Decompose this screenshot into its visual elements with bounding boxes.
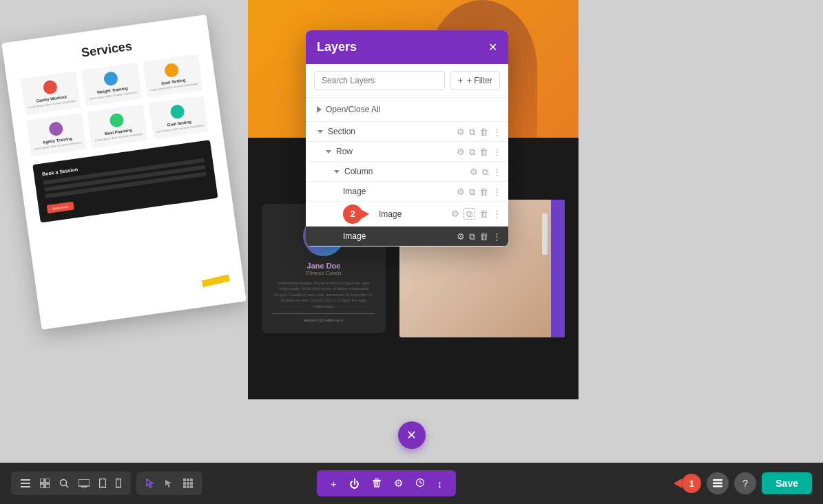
search-icon <box>59 479 69 488</box>
badge-pointer <box>361 209 369 219</box>
column-duplicate-icon[interactable]: ⧉ <box>482 167 488 176</box>
svg-rect-37 <box>713 485 722 487</box>
menu-button[interactable] <box>17 476 34 490</box>
person-description: malesuada feugiat. Donec rutrum congue l… <box>273 280 375 309</box>
column-settings-icon[interactable]: ⚙ <box>470 167 478 176</box>
column-more-icon[interactable]: ⋮ <box>492 167 501 176</box>
open-close-all-row[interactable]: Open/Close All <box>306 98 508 122</box>
row-more-icon[interactable]: ⋮ <box>492 147 501 156</box>
yellow-decoration <box>202 275 230 288</box>
badge-1-indicator: 1 <box>682 474 701 493</box>
grid-icon <box>183 479 193 488</box>
desktop-button[interactable] <box>74 476 94 490</box>
layer-items-container: Section ⚙ ⧉ 🗑 ⋮ Row ⚙ ⧉ 🗑 ⋮ <box>306 122 508 246</box>
layers-search-input[interactable] <box>314 71 445 90</box>
svg-point-7 <box>61 480 67 486</box>
tablet-button[interactable] <box>95 476 110 491</box>
svg-rect-25 <box>187 485 189 488</box>
mockup-grid: Cardio Workout Lorem ipsum dolor sit ame… <box>21 54 209 156</box>
image3-settings-icon[interactable]: ⚙ <box>457 232 465 241</box>
layer-item-image-1[interactable]: Image ⚙ ⧉ 🗑 ⋮ <box>306 182 508 202</box>
layers-header: Layers ✕ <box>306 30 508 64</box>
section-settings-icon[interactable]: ⚙ <box>457 127 465 136</box>
delete-element-button[interactable] <box>366 475 387 492</box>
person-name: Jane Doe <box>273 262 375 270</box>
image2-more-icon[interactable]: ⋮ <box>492 209 501 218</box>
layer-item-column[interactable]: Column ⚙ ⧉ ⋮ <box>306 162 508 182</box>
layers-panel-title: Layers <box>317 40 357 54</box>
svg-rect-22 <box>187 482 189 485</box>
svg-rect-28 <box>375 479 379 480</box>
help-button[interactable]: ? <box>734 472 756 494</box>
svg-rect-19 <box>187 479 189 481</box>
image3-duplicate-icon[interactable]: ⧉ <box>469 232 475 241</box>
layer-column-icons: ⚙ ⧉ ⋮ <box>470 167 501 176</box>
image3-delete-icon[interactable]: 🗑 <box>479 232 488 241</box>
layer-column-name: Column <box>344 167 470 176</box>
history-button[interactable] <box>410 475 430 492</box>
bottom-toolbar: + ⏻ ⚙ ↕ 1 <box>0 463 823 504</box>
layer-item-image-3[interactable]: Image ⚙ ⧉ 🗑 ⋮ <box>306 227 508 246</box>
section-delete-icon[interactable]: 🗑 <box>479 127 488 136</box>
section-duplicate-icon[interactable]: ⧉ <box>469 127 475 136</box>
row-delete-icon[interactable]: 🗑 <box>479 147 488 156</box>
svg-line-8 <box>66 485 69 488</box>
layer-image1-icons: ⚙ ⧉ 🗑 ⋮ <box>457 187 501 196</box>
layers-icon <box>713 479 722 487</box>
layers-close-button[interactable]: ✕ <box>488 42 497 53</box>
layer-section-icons: ⚙ ⧉ 🗑 ⋮ <box>457 127 501 136</box>
layer-image2-icons: ⚙ ⧉ 🗑 ⋮ <box>451 208 501 220</box>
svg-rect-20 <box>190 479 193 481</box>
search-button[interactable] <box>55 476 73 491</box>
row-duplicate-icon[interactable]: ⧉ <box>469 147 475 156</box>
image1-more-icon[interactable]: ⋮ <box>492 187 501 196</box>
layout-button[interactable] <box>36 476 54 491</box>
layer-item-row[interactable]: Row ⚙ ⧉ 🗑 ⋮ <box>306 142 508 162</box>
layer-image3-icons: ⚙ ⧉ 🗑 ⋮ <box>457 232 501 241</box>
layers-filter-button[interactable]: + + Filter <box>450 71 500 90</box>
power-button[interactable]: ⏻ <box>344 475 365 492</box>
svg-rect-2 <box>21 486 30 487</box>
image2-duplicate-icon[interactable]: ⧉ <box>463 208 475 220</box>
cursor-icon <box>164 479 174 488</box>
person-role: Fitness Coach <box>273 270 375 276</box>
hamburger-icon <box>21 479 30 487</box>
image1-duplicate-icon[interactable]: ⧉ <box>469 187 475 196</box>
svg-rect-35 <box>713 479 722 481</box>
toolbar-right-group: 1 ? Save <box>674 472 812 494</box>
save-button[interactable]: Save <box>762 472 812 494</box>
image2-settings-icon[interactable]: ⚙ <box>451 209 459 218</box>
chevron-right-icon <box>317 106 322 113</box>
mockup-card: Goal Setting Lorem ipsum dolor sit amet … <box>143 54 203 98</box>
row-settings-icon[interactable]: ⚙ <box>457 147 465 156</box>
svg-line-34 <box>420 483 422 484</box>
blue-bar <box>551 200 565 337</box>
scroll-indicator <box>542 213 548 255</box>
layer-item-image-2[interactable]: 2 Image ⚙ ⧉ 🗑 ⋮ <box>306 202 508 227</box>
layer-item-section[interactable]: Section ⚙ ⧉ 🗑 ⋮ <box>306 122 508 142</box>
cursor-tool-button[interactable] <box>160 476 178 491</box>
tablet-icon <box>99 479 106 488</box>
image2-delete-icon[interactable]: 🗑 <box>479 209 488 218</box>
add-element-button[interactable]: + <box>325 475 342 492</box>
mobile-button[interactable] <box>112 476 125 491</box>
image1-settings-icon[interactable]: ⚙ <box>457 187 465 196</box>
resize-button[interactable]: ↕ <box>432 475 448 492</box>
pointer-tool-button[interactable] <box>142 476 158 491</box>
mockup-card: Agility Training Lorem ipsum dolor sit a… <box>26 113 87 157</box>
floating-close-button[interactable]: ✕ <box>398 421 426 449</box>
toolbar-left-group-1 <box>11 472 131 495</box>
svg-rect-36 <box>713 483 722 485</box>
grid-tool-button[interactable] <box>179 476 197 491</box>
layer-row-name: Row <box>336 147 457 156</box>
svg-rect-24 <box>183 485 186 488</box>
mockup-card: Weight Training Lorem ipsum dolor sit am… <box>81 63 142 107</box>
layers-toggle-button[interactable] <box>707 472 729 494</box>
section-more-icon[interactable]: ⋮ <box>492 127 501 136</box>
image3-more-icon[interactable]: ⋮ <box>492 232 501 241</box>
image1-delete-icon[interactable]: 🗑 <box>479 187 488 196</box>
settings-button[interactable]: ⚙ <box>388 474 408 492</box>
mockup-card: Cardio Workout Lorem ipsum dolor sit ame… <box>21 71 81 115</box>
svg-rect-21 <box>183 482 186 485</box>
layout-icon <box>40 479 50 488</box>
